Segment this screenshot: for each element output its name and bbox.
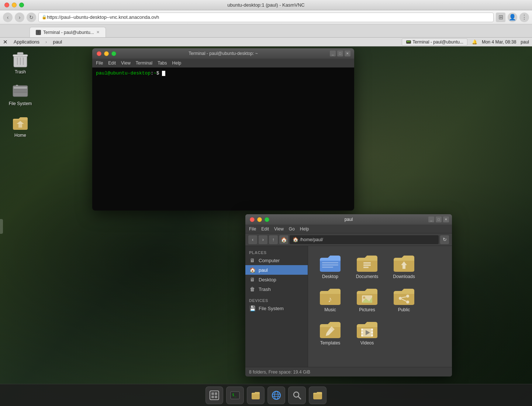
folder-templates[interactable]: Templates bbox=[314, 318, 347, 347]
desktop-icon-sidebar: 🖥 bbox=[249, 276, 256, 283]
folder-downloads-label: Downloads bbox=[393, 274, 415, 279]
fm-menu-edit[interactable]: Edit bbox=[261, 226, 269, 232]
folder-videos[interactable]: Videos bbox=[350, 318, 384, 347]
terminal-menu-file[interactable]: File bbox=[96, 60, 103, 66]
fm-sidebar-filesystem[interactable]: 💾 File System bbox=[245, 303, 308, 313]
svg-point-25 bbox=[399, 297, 402, 300]
folder-music[interactable]: ♪ Music bbox=[314, 285, 347, 314]
terminal-menu-edit[interactable]: Edit bbox=[108, 60, 116, 66]
folder-music-label: Music bbox=[324, 307, 336, 312]
terminal-min-button[interactable] bbox=[104, 51, 109, 56]
taskbar-terminal[interactable]: $_ bbox=[226, 386, 244, 404]
forward-button[interactable]: › bbox=[15, 13, 24, 22]
fm-home-button[interactable]: 🏠 bbox=[279, 235, 288, 244]
svg-rect-8 bbox=[14, 89, 27, 90]
terminal-close-button[interactable] bbox=[97, 51, 101, 56]
terminal-max-button[interactable] bbox=[111, 51, 116, 56]
browser-title: ubuntu-desktop:1 (paul) - KasmVNC bbox=[227, 2, 305, 8]
terminal-wm-controls: _ □ ✕ bbox=[330, 51, 350, 56]
fm-close-button[interactable] bbox=[250, 217, 255, 222]
terminal-prompt-colon: : bbox=[151, 70, 153, 76]
profile-button[interactable]: 👤 bbox=[508, 13, 517, 22]
svg-rect-36 bbox=[371, 329, 373, 330]
terminal-prompt-dir: ~ bbox=[153, 70, 156, 76]
fm-paul-label: paul bbox=[259, 267, 268, 273]
folder-documents-icon bbox=[356, 253, 378, 273]
fm-menu-view[interactable]: View bbox=[274, 226, 284, 232]
terminal-menu-view[interactable]: View bbox=[121, 60, 131, 66]
notification-icon[interactable]: 🔔 bbox=[472, 39, 477, 45]
tab-close-icon[interactable]: ✕ bbox=[96, 30, 100, 35]
maximize-button[interactable] bbox=[19, 3, 24, 7]
close-button[interactable] bbox=[4, 3, 9, 7]
svg-rect-42 bbox=[215, 392, 217, 395]
fm-min-button[interactable] bbox=[257, 217, 262, 222]
minimize-button[interactable] bbox=[12, 3, 17, 7]
fm-up-button[interactable]: ↑ bbox=[269, 235, 278, 244]
fm-path: /home/paul/ bbox=[300, 237, 323, 242]
fm-devices-section: Devices bbox=[245, 297, 308, 303]
svg-rect-40 bbox=[210, 391, 219, 400]
fm-menu-file[interactable]: File bbox=[249, 226, 256, 232]
address-bar[interactable]: 🔒 https://paul--ubuntu-desktop--vnc.knot… bbox=[38, 13, 494, 22]
computer-icon: 🖥 bbox=[249, 257, 256, 264]
svg-rect-9 bbox=[14, 91, 27, 91]
terminal-body[interactable]: paul@ubuntu-desktop:~$ bbox=[92, 67, 354, 211]
terminal-menu-terminal[interactable]: Terminal bbox=[136, 60, 152, 66]
tab-favicon: T bbox=[36, 30, 41, 35]
desktop-icon-trash[interactable]: Trash bbox=[6, 50, 35, 74]
fm-home-icon: 🏠 bbox=[293, 237, 298, 242]
fm-menu-go[interactable]: Go bbox=[289, 226, 295, 232]
taskbar-browser[interactable] bbox=[267, 386, 285, 404]
taskbar-showdesktop[interactable] bbox=[205, 386, 223, 404]
folder-documents[interactable]: Documents bbox=[350, 251, 384, 281]
menubar-item-paul[interactable]: paul bbox=[53, 39, 62, 45]
taskbar-folder[interactable] bbox=[309, 386, 327, 404]
fm-wm-maximize[interactable]: □ bbox=[436, 216, 442, 222]
folder-pictures[interactable]: Pictures bbox=[350, 285, 384, 314]
fm-wm-close[interactable]: ✕ bbox=[443, 216, 449, 222]
fm-sidebar-desktop[interactable]: 🖥 Desktop bbox=[245, 275, 308, 284]
terminal-menu-help[interactable]: Help bbox=[172, 60, 182, 66]
fm-sidebar-computer[interactable]: 🖥 Computer bbox=[245, 256, 308, 265]
menu-button[interactable]: ⋮ bbox=[519, 13, 529, 22]
browser-tab[interactable]: T Terminal - paul@ubuntu... ✕ bbox=[30, 27, 106, 37]
trash-icon bbox=[11, 50, 29, 68]
terminal-wm-minimize[interactable]: _ bbox=[330, 51, 336, 56]
terminal-wm-maximize[interactable]: □ bbox=[337, 51, 343, 56]
fm-menu-help[interactable]: Help bbox=[300, 226, 309, 232]
browser-titlebar: ubuntu-desktop:1 (paul) - KasmVNC bbox=[0, 0, 532, 10]
taskbar-search[interactable] bbox=[288, 386, 306, 404]
terminal-tab[interactable]: 📟 Terminal - paul@ubuntu... bbox=[402, 38, 467, 46]
desktop-icon-home[interactable]: Home bbox=[6, 114, 35, 138]
folder-downloads[interactable]: Downloads bbox=[387, 251, 421, 281]
desktop-icon-filesystem[interactable]: File System bbox=[6, 82, 35, 106]
fm-forward-button[interactable]: › bbox=[259, 235, 267, 244]
extensions-button[interactable]: ⊞ bbox=[496, 13, 505, 22]
fm-wm-minimize[interactable]: _ bbox=[428, 216, 434, 222]
fm-back-button[interactable]: ‹ bbox=[248, 235, 257, 244]
fm-max-button[interactable] bbox=[265, 217, 269, 222]
sidebar-toggle[interactable] bbox=[0, 219, 3, 234]
fm-reload-button[interactable]: ↻ bbox=[440, 235, 449, 244]
terminal-menu-tabs[interactable]: Tabs bbox=[158, 60, 167, 66]
fm-sidebar-trash[interactable]: 🗑 Trash bbox=[245, 284, 308, 294]
back-button[interactable]: ‹ bbox=[3, 13, 13, 22]
terminal-title: Terminal - paul@ubuntu-desktop: ~ bbox=[189, 51, 258, 56]
fm-address-bar[interactable]: 🏠 /home/paul/ bbox=[290, 235, 439, 244]
terminal-traffic-lights bbox=[97, 51, 116, 56]
terminal-wm-close[interactable]: ✕ bbox=[345, 51, 350, 56]
folder-desktop[interactable]: Desktop bbox=[314, 251, 347, 281]
url-text: https://paul--ubuntu-desktop--vnc.knot.a… bbox=[47, 14, 159, 20]
apple-logo-icon[interactable]: ✕ bbox=[3, 39, 8, 45]
mac-menubar: ✕ Applications › paul 📟 Terminal - paul@… bbox=[0, 38, 532, 46]
svg-rect-15 bbox=[322, 264, 338, 266]
reload-button[interactable]: ↻ bbox=[27, 13, 36, 22]
taskbar-files[interactable] bbox=[247, 386, 265, 404]
menubar-item-applications[interactable]: Applications bbox=[14, 39, 39, 45]
menubar-right: 📟 Terminal - paul@ubuntu... 🔔 Mon 4 Mar,… bbox=[402, 38, 529, 46]
folder-documents-label: Documents bbox=[356, 274, 379, 279]
folder-public[interactable]: Public bbox=[387, 285, 421, 314]
fm-sidebar-paul[interactable]: 🏠 paul bbox=[245, 265, 308, 275]
svg-rect-10 bbox=[14, 92, 27, 93]
